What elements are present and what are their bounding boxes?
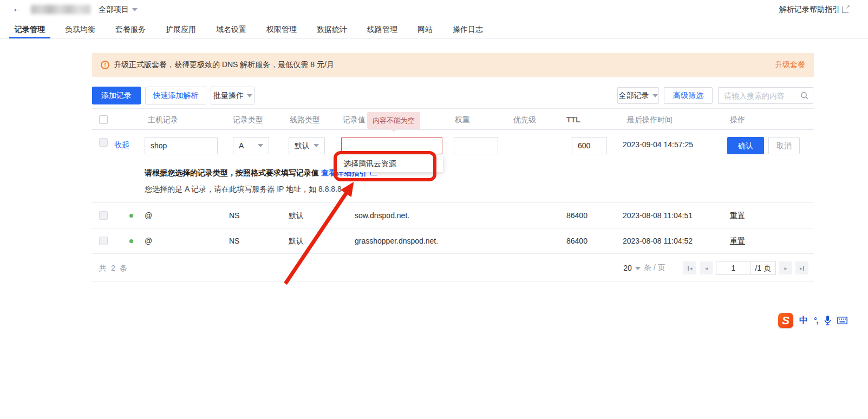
tab-line-management[interactable]: 线路管理 xyxy=(362,22,403,38)
banner-message: 升级正式版套餐，获得更极致的 DNS 解析服务，最低仅需 8 元/月 xyxy=(114,60,334,70)
ime-toolbar: S 中 °, xyxy=(778,313,847,328)
external-link-icon xyxy=(842,6,849,13)
chevron-down-icon xyxy=(132,8,138,11)
row-type: NS xyxy=(229,228,239,254)
record-filter-dropdown[interactable]: 全部记录 xyxy=(617,87,659,104)
row-line: 默认 xyxy=(289,203,304,228)
search-icon[interactable] xyxy=(800,91,808,100)
per-page-label: 条 / 页 xyxy=(644,263,665,273)
record-type-value: A xyxy=(239,138,244,154)
row-checkbox xyxy=(99,237,108,245)
first-page-icon xyxy=(688,266,689,271)
status-enabled-dot xyxy=(129,239,133,243)
next-page-button[interactable]: ▸ xyxy=(779,261,792,274)
dnspod-record-management-page: ← 全部项目 解析记录帮助指引 记录管理 负载均衡 套餐服务 扩展应用 域名设置… xyxy=(0,0,868,419)
add-record-button[interactable]: 添加记录 xyxy=(92,87,141,104)
status-enabled-dot xyxy=(129,214,133,218)
tencent-cloud-resource-option[interactable]: 选择腾讯云资源 xyxy=(337,155,443,172)
host-record-input[interactable] xyxy=(145,137,218,154)
record-value-help: 请根据您选择的记录类型，按照格式要求填写记录值 查看详细指引 您选择的是 A 记… xyxy=(92,160,814,203)
help-title-text: 请根据您选择的记录类型，按照格式要求填写记录值 xyxy=(145,168,319,177)
row-ttl: 86400 xyxy=(566,203,588,228)
record-filter-label: 全部记录 xyxy=(619,91,649,100)
weight-input[interactable] xyxy=(454,137,498,154)
quick-add-button[interactable]: 快速添加解析 xyxy=(145,87,206,104)
row-host: @ xyxy=(145,228,152,254)
column-weight: 权重 xyxy=(455,109,470,130)
line-type-value: 默认 xyxy=(295,138,310,154)
first-page-button[interactable]: ◂ xyxy=(683,261,696,274)
column-value: 记录值 xyxy=(343,109,366,130)
total-pages-label: /1 页 xyxy=(750,261,776,275)
confirm-button[interactable]: 确认 xyxy=(727,137,764,154)
line-type-select[interactable]: 默认 xyxy=(289,137,325,154)
back-arrow-icon[interactable]: ← xyxy=(12,2,23,15)
tab-statistics[interactable]: 数据统计 xyxy=(311,22,353,38)
ttl-input[interactable] xyxy=(572,137,607,154)
chevron-down-icon xyxy=(258,144,263,147)
help-guide-label: 解析记录帮助指引 xyxy=(779,5,840,15)
row-type: NS xyxy=(229,203,239,228)
microphone-icon[interactable] xyxy=(824,316,831,326)
help-guide-link[interactable]: 解析记录帮助指引 xyxy=(779,5,849,15)
reset-link[interactable]: 重置 xyxy=(730,203,745,228)
chevron-down-icon xyxy=(314,144,319,147)
chevron-down-icon xyxy=(652,94,658,97)
column-priority: 优先级 xyxy=(513,109,536,130)
ime-language-toggle[interactable]: 中 xyxy=(799,315,808,326)
collapse-link[interactable]: 收起 xyxy=(114,130,129,160)
batch-operation-label: 批量操作 xyxy=(213,91,244,100)
project-selector[interactable]: 全部项目 xyxy=(99,5,138,15)
record-type-select[interactable]: A xyxy=(233,137,269,154)
chevron-down-icon xyxy=(635,267,641,270)
upgrade-plan-link[interactable]: 升级套餐 xyxy=(775,60,805,70)
column-type: 记录类型 xyxy=(233,109,263,130)
row-value: sow.dnspod.net. xyxy=(355,203,409,228)
last-page-button[interactable]: ▸ xyxy=(795,261,808,274)
page-number-input[interactable] xyxy=(716,261,750,275)
advanced-filter-button[interactable]: 高级筛选 xyxy=(664,87,713,104)
last-updated-time: 2023-09-04 14:57:25 xyxy=(623,130,693,160)
tab-permissions[interactable]: 权限管理 xyxy=(261,22,302,38)
batch-operation-button[interactable]: 批量操作 xyxy=(211,87,255,104)
row-host: @ xyxy=(145,203,152,228)
column-actions: 操作 xyxy=(730,109,745,130)
cancel-button[interactable]: 取消 xyxy=(768,137,800,154)
page-size-select[interactable]: 20 xyxy=(623,264,641,272)
warning-icon: ! xyxy=(101,61,109,69)
row-updated: 2023-08-08 11:04:52 xyxy=(623,228,693,254)
ime-punctuation-toggle[interactable]: °, xyxy=(814,316,818,325)
search-input[interactable] xyxy=(723,91,800,101)
tab-operation-log[interactable]: 操作日志 xyxy=(447,22,488,38)
pagination: 20 条 / 页 ◂ ◂ /1 页 ▸ ▸ xyxy=(623,254,808,282)
keyboard-icon[interactable] xyxy=(837,317,847,324)
domain-name-redacted xyxy=(31,5,90,14)
help-detail-text: 您选择的是 A 记录，请在此填写服务器 IP 地址，如 8.8.8.8 xyxy=(145,185,342,194)
tab-plan-service[interactable]: 套餐服务 xyxy=(110,22,151,38)
row-ttl: 86400 xyxy=(566,228,588,254)
tab-domain-settings[interactable]: 域名设置 xyxy=(211,22,252,38)
row-checkbox xyxy=(99,138,108,147)
table-row: @ NS 默认 sow.dnspod.net. 86400 2023-08-08… xyxy=(92,203,814,228)
total-count: 共 2 条 xyxy=(99,254,128,282)
prev-page-button[interactable]: ◂ xyxy=(700,261,713,274)
tab-record-management[interactable]: 记录管理 xyxy=(9,22,50,38)
column-updated: 最后操作时间 xyxy=(627,109,673,130)
reset-link[interactable]: 重置 xyxy=(730,228,745,254)
column-host: 主机记录 xyxy=(148,109,178,130)
sogou-logo-icon[interactable]: S xyxy=(778,313,793,328)
row-value: grasshopper.dnspod.net. xyxy=(355,228,438,254)
project-selector-label: 全部项目 xyxy=(99,5,129,14)
column-line: 线路类型 xyxy=(290,109,320,130)
tab-bar: 记录管理 负载均衡 套餐服务 扩展应用 域名设置 权限管理 数据统计 线路管理 … xyxy=(0,22,868,39)
tab-extensions[interactable]: 扩展应用 xyxy=(160,22,201,38)
tab-load-balancing[interactable]: 负载均衡 xyxy=(60,22,101,38)
record-value-input[interactable] xyxy=(341,137,442,154)
tab-website[interactable]: 网站 xyxy=(412,22,438,38)
validation-tooltip: 内容不能为空 xyxy=(367,112,420,129)
column-ttl: TTL xyxy=(566,109,580,130)
table-footer: 共 2 条 20 条 / 页 ◂ ◂ /1 页 ▸ ▸ xyxy=(92,254,814,282)
select-all-checkbox[interactable] xyxy=(99,115,108,124)
upgrade-banner: ! 升级正式版套餐，获得更极致的 DNS 解析服务，最低仅需 8 元/月 升级套… xyxy=(92,53,814,77)
row-updated: 2023-08-08 11:04:51 xyxy=(623,203,693,228)
